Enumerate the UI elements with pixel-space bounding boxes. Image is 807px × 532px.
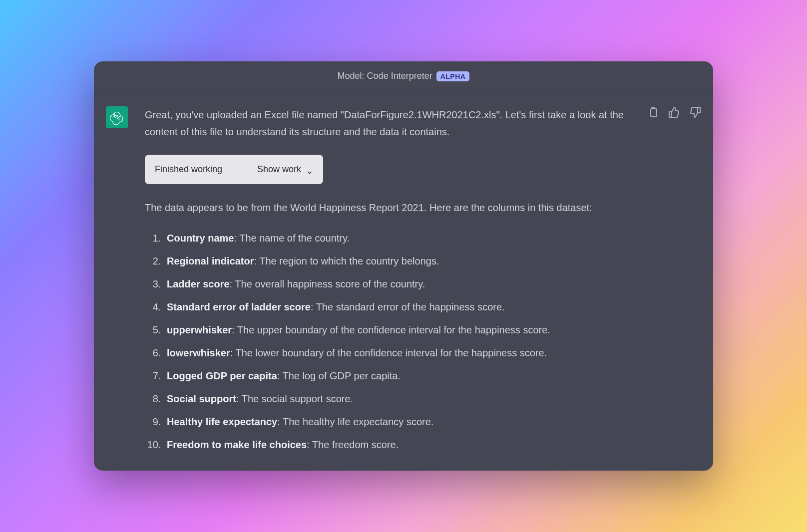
col-desc: : The freedom score.: [307, 439, 399, 450]
assistant-avatar: [106, 106, 128, 128]
thumbs-up-icon: [668, 106, 680, 118]
col-desc: : The social support score.: [236, 393, 353, 404]
message-row: Great, you've uploaded an Excel file nam…: [94, 91, 713, 471]
svg-rect-0: [651, 109, 657, 117]
chat-message-block: Model: Code Interpreter ALPHA Great, you…: [94, 61, 713, 471]
col-name: upperwhisker: [167, 324, 232, 335]
columns-list: Country name: The name of the country. R…: [145, 230, 641, 453]
thumbs-down-icon: [689, 106, 701, 118]
col-name: Regional indicator: [167, 256, 254, 266]
openai-logo-icon: [109, 110, 124, 125]
expander-show-work: Show work: [257, 162, 313, 177]
col-desc: : The region to which the country belong…: [254, 256, 439, 266]
col-name: Freedom to make life choices: [167, 439, 307, 450]
col-name: Country name: [167, 233, 234, 244]
col-desc: : The lower boundary of the confidence i…: [230, 347, 547, 358]
list-item: Logged GDP per capita: The log of GDP pe…: [164, 368, 641, 384]
model-bar: Model: Code Interpreter ALPHA: [94, 61, 713, 91]
model-label: Model: Code Interpreter: [338, 71, 432, 81]
list-item: upperwhisker: The upper boundary of the …: [164, 322, 641, 338]
thumbs-down-button[interactable]: [689, 106, 701, 118]
assistant-message: Great, you've uploaded an Excel file nam…: [145, 106, 701, 456]
clipboard-icon: [647, 106, 659, 118]
col-desc: : The name of the country.: [234, 233, 350, 244]
col-name: lowerwhisker: [167, 347, 230, 358]
col-name: Social support: [167, 393, 236, 404]
list-item: lowerwhisker: The lower boundary of the …: [164, 345, 641, 361]
col-desc: : The log of GDP per capita.: [277, 370, 401, 381]
col-desc: : The standard error of the happiness sc…: [311, 301, 505, 312]
copy-button[interactable]: [647, 106, 659, 118]
list-item: Healthy life expectancy: The healthy lif…: [164, 414, 641, 430]
list-item: Social support: The social support score…: [164, 391, 641, 407]
message-actions: [647, 106, 701, 118]
col-desc: : The upper boundary of the confidence i…: [232, 324, 550, 335]
list-item: Regional indicator: The region to which …: [164, 253, 641, 269]
list-item: Ladder score: The overall happiness scor…: [164, 276, 641, 292]
col-desc: : The healthy life expectancy score.: [277, 416, 433, 427]
intro-paragraph: Great, you've uploaded an Excel file nam…: [145, 106, 641, 141]
list-item: Freedom to make life choices: The freedo…: [164, 437, 641, 453]
list-item: Standard error of ladder score: The stan…: [164, 299, 641, 315]
col-name: Ladder score: [167, 278, 230, 289]
col-name: Standard error of ladder score: [167, 301, 311, 312]
col-name: Logged GDP per capita: [167, 370, 277, 381]
thumbs-up-button[interactable]: [668, 106, 680, 118]
col-name: Healthy life expectancy: [167, 416, 277, 427]
code-work-expander[interactable]: Finished working Show work: [145, 155, 323, 184]
alpha-badge: ALPHA: [436, 71, 470, 81]
list-item: Country name: The name of the country.: [164, 230, 641, 246]
col-desc: : The overall happiness score of the cou…: [230, 278, 425, 289]
expander-status: Finished working: [155, 162, 222, 177]
chevron-down-icon: [306, 166, 313, 173]
after-paragraph: The data appears to be from the World Ha…: [145, 199, 641, 216]
show-work-label: Show work: [257, 162, 301, 177]
